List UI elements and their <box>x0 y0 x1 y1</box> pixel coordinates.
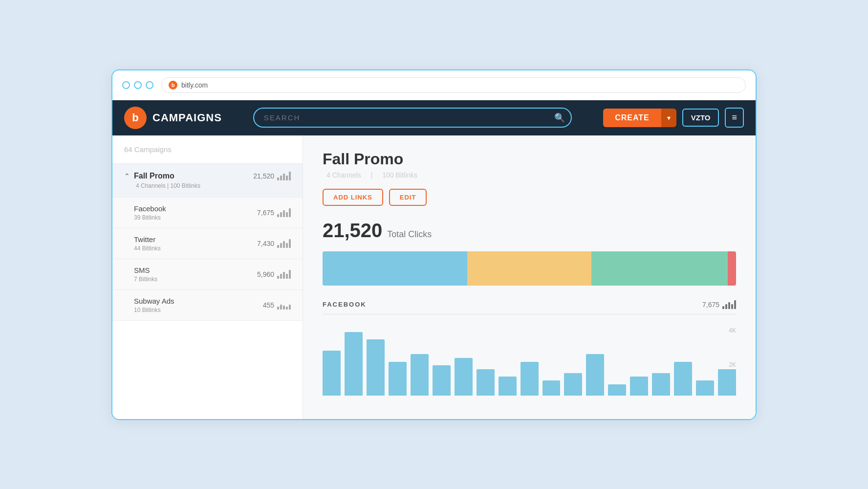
logo-icon: b <box>124 107 147 129</box>
chart-bar <box>345 332 363 396</box>
search-icon: 🔍 <box>554 112 565 123</box>
chart-bar <box>608 384 626 396</box>
chart-bar <box>411 354 429 395</box>
bar-icon-facebook <box>277 208 291 217</box>
campaign-stats: 21,520 <box>253 172 291 180</box>
facebook-section-title: FACEBOOK <box>323 301 367 308</box>
facebook-bar-icon <box>722 300 736 309</box>
top-nav: b CAMPAIGNS 🔍 CREATE ▾ VZTO ≡ <box>112 100 756 135</box>
bar-icon-sms <box>277 270 291 279</box>
browser-dot-2 <box>134 81 142 89</box>
channel-clicks-sms: 5,960 <box>257 270 274 278</box>
facebook-bar-chart <box>323 322 736 400</box>
chart-bar <box>433 365 451 395</box>
search-bar-container: 🔍 <box>253 108 572 128</box>
facebook-section-header: FACEBOOK 7,675 <box>323 300 736 314</box>
campaign-clicks: 21,520 <box>253 172 274 180</box>
browser-favicon: b <box>169 81 177 89</box>
chart-bar <box>323 351 341 396</box>
bar-chart-icon <box>277 172 291 180</box>
chart-bar <box>718 369 736 396</box>
channel-item-subway-ads[interactable]: Subway Ads 10 Bitlinks 455 <box>112 290 303 321</box>
facebook-bar-chart-container: 4K 2K <box>323 322 736 400</box>
edit-button[interactable]: EDIT <box>389 189 427 206</box>
campaign-item-fall-promo[interactable]: ⌃ Fall Promo 21,520 <box>112 164 303 198</box>
browser-bar: b bitly.com <box>112 70 756 100</box>
chevron-down-icon: ▾ <box>667 114 671 122</box>
chart-bar <box>696 380 714 396</box>
browser-url: bitly.com <box>181 81 208 89</box>
campaign-meta: 4 Channels | 100 Bitlinks <box>124 182 291 189</box>
browser-dots <box>122 81 153 89</box>
browser-dot-3 <box>146 81 153 89</box>
add-links-button[interactable]: ADD LINKS <box>323 189 383 206</box>
channel-name-subway-ads: Subway Ads <box>134 297 174 305</box>
channel-item-facebook[interactable]: Facebook 39 Bitlinks 7,675 <box>112 198 303 228</box>
channel-stats-sms: 5,960 <box>257 270 291 279</box>
stacked-segment-subway <box>728 251 736 286</box>
sidebar: 64 Campaigns ⌃ Fall Promo 21,520 <box>112 135 303 419</box>
stacked-segment-sms <box>591 251 728 286</box>
chart-bar <box>455 358 473 395</box>
sidebar-header: 64 Campaigns <box>112 135 303 164</box>
facebook-section-stats: 7,675 <box>702 300 736 309</box>
chart-bar <box>674 362 692 396</box>
main-content: 64 Campaigns ⌃ Fall Promo 21,520 <box>112 135 756 419</box>
chart-bar <box>564 373 582 396</box>
search-input[interactable] <box>253 108 572 128</box>
nav-actions: CREATE ▾ VZTO ≡ <box>603 108 744 128</box>
hamburger-icon: ≡ <box>732 112 737 123</box>
bar-icon-twitter <box>277 239 291 248</box>
facebook-section-clicks: 7,675 <box>702 301 719 309</box>
create-btn-group: CREATE ▾ <box>603 109 676 127</box>
chart-bar <box>586 354 604 395</box>
chart-bar <box>652 373 670 396</box>
channel-clicks-facebook: 7,675 <box>257 209 274 217</box>
channel-stats-subway-ads: 455 <box>263 301 291 310</box>
chart-bar <box>477 369 495 396</box>
channel-clicks-twitter: 7,430 <box>257 240 274 247</box>
chart-bar <box>367 339 385 396</box>
total-clicks-row: 21,520 Total Clicks <box>323 220 736 242</box>
create-dropdown-button[interactable]: ▾ <box>661 109 676 127</box>
chart-bar <box>499 377 517 395</box>
campaign-detail-title: Fall Promo <box>323 150 736 168</box>
create-button[interactable]: CREATE <box>603 109 661 127</box>
total-clicks-label: Total Clicks <box>387 229 432 240</box>
chart-bar <box>521 362 539 396</box>
channel-name-twitter: Twitter <box>134 235 161 244</box>
browser-address-bar[interactable]: b bitly.com <box>161 77 746 93</box>
detail-channels: 4 Channels <box>326 171 361 179</box>
campaign-detail-subtitle: 4 Channels | 100 Bitlinks <box>323 171 736 179</box>
stacked-segment-facebook <box>323 251 467 286</box>
chart-bar <box>389 362 407 396</box>
channel-name-facebook: Facebook <box>134 204 166 213</box>
channel-stats-twitter: 7,430 <box>257 239 291 248</box>
right-panel: Fall Promo 4 Channels | 100 Bitlinks ADD… <box>303 135 756 419</box>
channel-stats-facebook: 7,675 <box>257 208 291 217</box>
detail-bitlinks: 100 Bitlinks <box>382 171 417 179</box>
browser-dot-1 <box>122 81 130 89</box>
channel-clicks-subway-ads: 455 <box>263 301 274 309</box>
channel-item-twitter[interactable]: Twitter 44 Bitlinks 7,430 <box>112 228 303 259</box>
campaign-title: Fall Promo <box>134 172 174 180</box>
bar-icon-subway-ads <box>277 301 291 310</box>
logo-area: b CAMPAIGNS <box>124 107 222 129</box>
total-clicks-number: 21,520 <box>323 220 382 242</box>
menu-button[interactable]: ≡ <box>725 108 744 128</box>
stacked-bar-chart <box>323 251 736 286</box>
channel-meta-twitter: 44 Bitlinks <box>134 245 161 252</box>
chevron-icon: ⌃ <box>124 172 130 180</box>
stacked-segment-twitter <box>467 251 591 286</box>
channel-meta-subway-ads: 10 Bitlinks <box>134 307 174 313</box>
channel-name-sms: SMS <box>134 266 157 274</box>
campaigns-count: 64 Campaigns <box>124 145 172 154</box>
channel-item-sms[interactable]: SMS 7 Bitlinks 5,960 <box>112 259 303 290</box>
user-button[interactable]: VZTO <box>682 109 719 127</box>
channel-meta-facebook: 39 Bitlinks <box>134 214 166 221</box>
action-buttons: ADD LINKS EDIT <box>323 189 736 206</box>
channel-meta-sms: 7 Bitlinks <box>134 276 157 283</box>
app-title: CAMPAIGNS <box>152 111 222 124</box>
browser-window: b bitly.com b CAMPAIGNS 🔍 CREATE ▾ VZTO <box>111 69 757 420</box>
chart-bar <box>542 380 561 396</box>
